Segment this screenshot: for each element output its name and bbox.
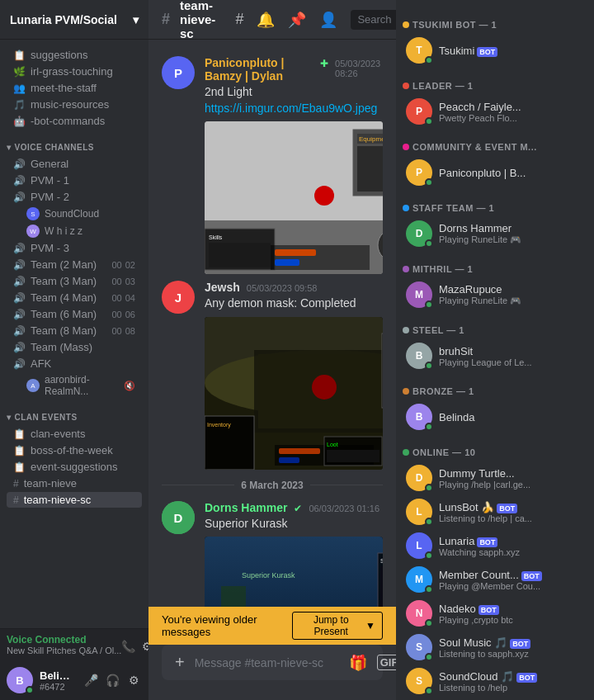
message-input[interactable] xyxy=(195,656,339,669)
settings-icon[interactable]: ⚙ xyxy=(125,672,142,688)
sidebar-item-boss-week[interactable]: 📋 boss-of-the-week xyxy=(7,442,142,458)
sidebar-item-clan-events[interactable]: 📋 clan-events xyxy=(7,426,142,442)
status-dot xyxy=(425,423,433,431)
message-body: 2nd Light https://i.imgur.com/Ebau9wO.jp… xyxy=(205,84,383,116)
hash-icon: 📋 xyxy=(13,50,26,61)
member-name: bruhSit xyxy=(439,345,584,357)
hash-icon: 📋 xyxy=(13,461,26,473)
sidebar-item-bot-commands[interactable]: 🤖 -bot-commands xyxy=(7,113,142,129)
pin-icon[interactable]: 📌 xyxy=(288,11,306,29)
sidebar-item-irl-grass[interactable]: 🌿 irl-grass-touching xyxy=(7,64,142,79)
speaker-icon: 🔊 xyxy=(13,292,26,304)
headphones-icon[interactable]: 🎧 xyxy=(104,672,120,688)
member-soul-music[interactable]: S Soul Music 🎵BOT Listening to sapph.xyz xyxy=(399,631,591,664)
role-section-tsukimi: TSUKIMI BOT — 1 xyxy=(396,7,594,33)
voice-nums: 0004 xyxy=(112,293,136,303)
sub-user-aaronbird[interactable]: A aaronbird-RealmN... 🔇 xyxy=(7,372,142,399)
clan-events-header[interactable]: ▾ CLAN EVENTS xyxy=(0,400,148,425)
member-name: Belinda xyxy=(439,411,584,423)
plus-icon[interactable]: + xyxy=(175,653,185,672)
svg-rect-45 xyxy=(380,566,383,607)
channel-label: boss-of-the-week xyxy=(31,444,113,456)
voice-channel-team8[interactable]: 🔊 Team (8 Man) 0008 xyxy=(7,323,142,338)
messages-area[interactable]: P Paniconpluto | Bamzy | Dylan ✚ 05/03/2… xyxy=(148,40,396,607)
server-header[interactable]: Lunaria PVM/Social ▾ xyxy=(0,0,148,40)
bell-icon[interactable]: 🔔 xyxy=(257,11,275,29)
sub-user-soundcloud[interactable]: S SoundCloud xyxy=(7,206,142,222)
voice-channel-team4[interactable]: 🔊 Team (4 Man) 0004 xyxy=(7,290,142,305)
sidebar-item-team-nieve[interactable]: # team-nieve xyxy=(7,475,142,491)
voice-channels-header[interactable]: ▾ VOICE CHANNELS xyxy=(0,130,148,155)
server-name: Lunaria PVM/Social xyxy=(10,13,117,26)
sub-user-avatar: A xyxy=(26,379,40,392)
member-bruhsit[interactable]: B bruhSit Playing League of Le... xyxy=(399,339,591,372)
pinned-icon[interactable]: # xyxy=(235,11,243,28)
message-header: Jewsh 05/03/2023 09:58 xyxy=(205,281,383,294)
search-input[interactable] xyxy=(357,13,396,26)
voice-channel-pvm2[interactable]: 🔊 PVM - 2 xyxy=(7,189,142,205)
voice-channel-general[interactable]: 🔊 General xyxy=(7,156,142,172)
checkmark-icon: ✔ xyxy=(294,503,302,514)
phone-icon[interactable]: 📞 xyxy=(121,640,135,653)
settings-icon[interactable]: ⚙ xyxy=(142,640,148,653)
member-nadeko[interactable]: N NadekoBOT Playing ,crypto btc xyxy=(399,597,591,630)
voice-channel-team2[interactable]: 🔊 Team (2 Man) 0002 xyxy=(7,257,142,272)
voice-channel-afk[interactable]: 🔊 AFK xyxy=(7,356,142,371)
member-paniconpluto[interactable]: P Paniconpluto | B... xyxy=(399,156,591,189)
voice-channel-team3[interactable]: 🔊 Team (3 Man) 0003 xyxy=(7,273,142,289)
gift-icon[interactable]: 🎁 xyxy=(349,654,367,672)
avatar: J xyxy=(162,281,195,314)
member-lunsbot[interactable]: L LunsBot 🍌BOT Listening to /help | ca..… xyxy=(399,495,591,528)
status-dot xyxy=(425,484,433,492)
status-dot xyxy=(425,551,433,560)
search-bar[interactable]: 🔍 xyxy=(351,10,396,30)
member-activity: Playing ,crypto btc xyxy=(439,615,584,625)
message-link[interactable]: https://i.imgur.com/Ebau9wO.jpeg xyxy=(205,102,377,115)
jump-to-present-button[interactable]: Jump to Present ▼ xyxy=(292,612,383,640)
member-belinda[interactable]: B Belinda xyxy=(399,400,591,433)
status-dot xyxy=(425,687,433,695)
sidebar-item-music[interactable]: 🎵 music-resources xyxy=(7,97,142,112)
voice-channel-pvm1[interactable]: 🔊 PVM - 1 xyxy=(7,173,142,188)
voice-channel-label: Team (4 Man) xyxy=(31,291,97,304)
member-dorns[interactable]: D Dorns Hammer Playing RuneLite 🎮 xyxy=(399,217,591,250)
voice-nums: 0002 xyxy=(112,260,136,270)
status-dot xyxy=(425,178,433,187)
status-dot xyxy=(425,117,433,125)
voice-channel-label: AFK xyxy=(31,357,51,370)
hash-icon: 👥 xyxy=(13,83,26,94)
microphone-icon[interactable]: 🎤 xyxy=(82,672,99,688)
avatar: D xyxy=(406,220,432,247)
sidebar-item-event-suggestions[interactable]: 📋 event-suggestions xyxy=(7,459,142,475)
channel-label: music-resources xyxy=(31,98,109,111)
username: Belinda xyxy=(40,669,76,682)
plus-icon: ✚ xyxy=(320,58,328,69)
role-section-mithril: MITHRIL — 1 xyxy=(396,251,594,277)
sub-user-whizz[interactable]: W W h i z z xyxy=(7,223,142,239)
member-activity: Watching sapph.xyz xyxy=(439,547,584,557)
message-image: Inventory Skills Superior Kurask xyxy=(205,537,383,607)
sidebar-item-meet-staff[interactable]: 👥 meet-the-staff xyxy=(7,80,142,96)
member-soundcloud[interactable]: S SoundCloud 🎵BOT Listening to /help xyxy=(399,665,591,698)
members-icon[interactable]: 👤 xyxy=(319,11,337,29)
member-mazarupuce[interactable]: M MazaRupuce Playing RuneLite 🎮 xyxy=(399,278,591,311)
member-peacch[interactable]: P Peacch / Faiyle... Pwetty Peach Flo... xyxy=(399,95,591,128)
member-lunaria[interactable]: L LunariaBOT Watching sapph.xyz xyxy=(399,529,591,562)
svg-rect-6 xyxy=(357,146,383,192)
member-dummy-turtle[interactable]: D Dummy Turtle... Playing /help |carl.ge… xyxy=(399,461,591,494)
channel-label: event-suggestions xyxy=(31,461,118,473)
voice-connected-bar: Voice Connected New Skill Pitches Q&A / … xyxy=(0,628,148,660)
avatar: P xyxy=(162,56,195,89)
member-tsukimi[interactable]: T TsukimiBOT xyxy=(399,34,591,67)
sub-user-name: W h i z z xyxy=(45,225,82,237)
chevron-down-icon: ▾ xyxy=(133,13,139,26)
sidebar-item-team-nieve-sc[interactable]: # team-nieve-sc xyxy=(7,492,142,508)
hash-icon: 🌿 xyxy=(13,66,26,78)
voice-channel-pvm3[interactable]: 🔊 PVM - 3 xyxy=(7,240,142,256)
sidebar-item-suggestions[interactable]: 📋 suggestions xyxy=(7,47,142,63)
voice-channel-mass[interactable]: 🔊 Team (Mass) xyxy=(7,339,142,355)
status-dot xyxy=(425,239,433,248)
voice-channel-team6[interactable]: 🔊 Team (6 Man) 0006 xyxy=(7,306,142,322)
member-member-count[interactable]: M Member Count...BOT Playing @Member Cou… xyxy=(399,563,591,596)
gif-icon[interactable]: GIF xyxy=(377,655,396,670)
